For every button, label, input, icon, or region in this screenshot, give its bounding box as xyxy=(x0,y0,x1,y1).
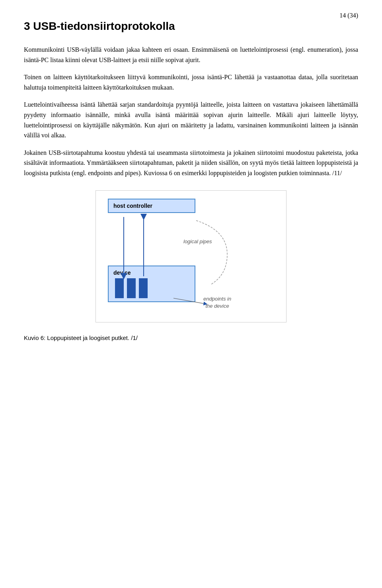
chapter-title: 3 USB-tiedonsiirtoprotokolla xyxy=(24,20,358,33)
endpoints-label: endpoints inthe device xyxy=(203,295,231,310)
host-controller-label: host controller xyxy=(113,203,152,209)
logical-pipes-label: logical pipes xyxy=(183,238,212,244)
paragraph-1: Kommunikointi USB-väylällä voidaan jakaa… xyxy=(24,45,358,65)
paragraph-2: Toinen on laitteen käyttötarkoitukseen l… xyxy=(24,72,358,92)
endpoint-rect-3 xyxy=(139,278,148,298)
paragraph-4: Jokainen USB-siirtotapahtuma koostuu yhd… xyxy=(24,148,358,178)
diagram-inner: host controller device logical pipes end… xyxy=(104,199,279,318)
endpoint-rect-1 xyxy=(115,278,124,298)
host-controller-box: host controller xyxy=(108,199,195,213)
paragraph-3: Luettelointivaiheessa isäntä lähettää sa… xyxy=(24,100,358,140)
device-box: device xyxy=(108,266,195,302)
device-label: device xyxy=(113,270,190,276)
page-number: 14 (34) xyxy=(339,12,358,19)
diagram: host controller device logical pipes end… xyxy=(96,190,286,322)
figure-caption: Kuvio 6: Loppupisteet ja loogiset putket… xyxy=(24,334,358,341)
endpoint-rects-container xyxy=(113,278,190,298)
endpoint-rect-2 xyxy=(127,278,136,298)
